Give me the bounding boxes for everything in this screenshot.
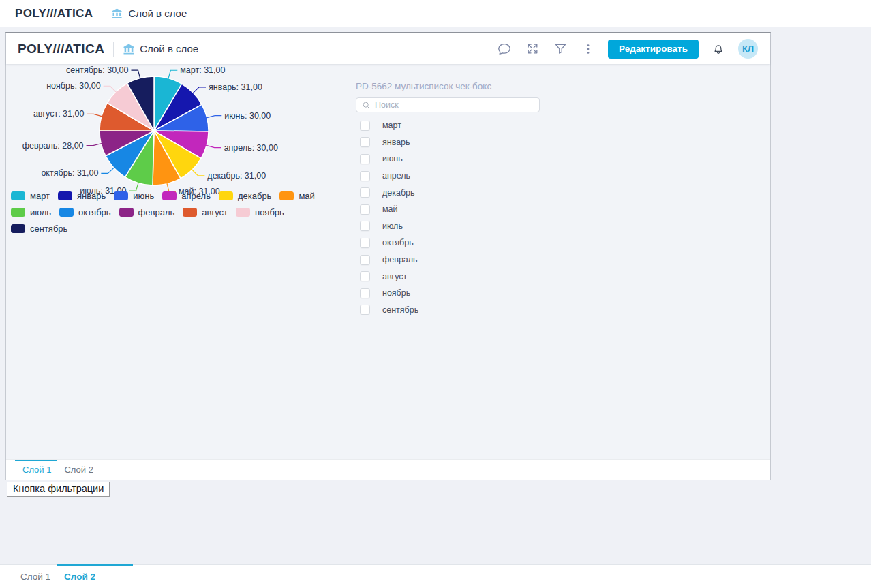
checkbox-сентябрь[interactable] <box>360 305 370 315</box>
filter-row-июнь[interactable]: июнь <box>356 151 540 168</box>
legend-item-октябрь[interactable]: октябрь <box>59 207 111 217</box>
checkbox-апрель[interactable] <box>360 171 370 181</box>
pie-label-июнь: июнь: 30,00 <box>224 111 271 121</box>
legend-swatch <box>119 208 134 217</box>
page-tab-bar: Слой 1 Слой 2 <box>0 564 871 588</box>
edit-button[interactable]: Редактировать <box>608 40 699 59</box>
active-page-tab-indicator <box>57 564 133 566</box>
tab-layer-2[interactable]: Слой 2 <box>64 465 93 475</box>
panel-polymatica-logo: POLY///ATICA <box>18 42 104 57</box>
filter-row-январь[interactable]: январь <box>356 134 540 151</box>
search-input[interactable] <box>375 100 535 110</box>
checkbox-ноябрь[interactable] <box>360 288 370 298</box>
filter-row-май[interactable]: май <box>356 201 540 218</box>
checkbox-декабрь[interactable] <box>360 187 370 198</box>
active-tab-indicator <box>15 460 57 461</box>
pie-label-line-декабрь <box>192 169 205 176</box>
filter-list: мартянварьиюньапрельдекабрьмайиюльоктябр… <box>356 117 540 318</box>
filter-row-ноябрь[interactable]: ноябрь <box>356 285 540 302</box>
legend-item-май[interactable]: май <box>279 191 314 201</box>
filter-icon[interactable] <box>552 41 568 57</box>
checkbox-июнь[interactable] <box>360 154 370 164</box>
legend-label: сентябрь <box>30 223 67 234</box>
legend-label: февраль <box>138 207 175 217</box>
filter-item-label: ноябрь <box>382 288 410 298</box>
pie-label-сентябрь: сентябрь: 30,00 <box>66 65 128 75</box>
legend-swatch <box>279 191 294 200</box>
legend-item-июнь[interactable]: июнь <box>114 191 154 201</box>
filter-row-февраль[interactable]: февраль <box>356 251 540 268</box>
pie-label-август: август: 31,00 <box>33 109 85 119</box>
filter-item-label: январь <box>382 138 410 147</box>
checkbox-август[interactable] <box>360 271 370 281</box>
legend-item-ноябрь[interactable]: ноябрь <box>236 207 284 217</box>
filter-row-декабрь[interactable]: декабрь <box>356 184 540 201</box>
panel-content: март: 31,00январь: 31,00июнь: 30,00апрел… <box>6 64 770 460</box>
page-tab-layer-2[interactable]: Слой 2 <box>64 572 95 582</box>
legend-item-июль[interactable]: июль <box>11 207 51 217</box>
checkbox-октябрь[interactable] <box>360 238 370 248</box>
filter-item-label: март <box>382 121 401 130</box>
panel-tab-bar: Слой 1 Слой 2 <box>6 459 770 480</box>
checkbox-июль[interactable] <box>360 221 370 231</box>
legend-label: март <box>30 191 50 201</box>
dashboard-panel: POLY///ATICA Слой в слое <box>5 32 771 480</box>
checkbox-март[interactable] <box>360 121 370 131</box>
comment-icon[interactable] <box>496 41 513 57</box>
filter-item-label: октябрь <box>382 238 414 247</box>
panel-header-actions: Редактировать КЛ <box>496 39 758 59</box>
filter-item-label: июль <box>382 221 403 231</box>
fullscreen-icon[interactable] <box>524 41 540 57</box>
filter-row-октябрь[interactable]: октябрь <box>356 234 540 251</box>
filter-item-label: декабрь <box>382 188 415 198</box>
legend-swatch <box>11 208 25 217</box>
pie-label-line-ноябрь <box>104 86 117 93</box>
filter-row-июль[interactable]: июль <box>356 218 540 235</box>
legend-label: октябрь <box>78 207 111 217</box>
legend-swatch <box>183 208 197 217</box>
legend-item-апрель[interactable]: апрель <box>162 191 211 201</box>
bell-icon[interactable] <box>710 41 727 57</box>
filter-item-label: июнь <box>382 154 403 164</box>
kebab-menu-icon[interactable] <box>580 41 596 57</box>
panel-bank-icon <box>123 43 134 55</box>
legend-label: июль <box>30 207 51 217</box>
legend-item-январь[interactable]: январь <box>58 191 106 201</box>
checkbox-май[interactable] <box>360 204 370 215</box>
avatar[interactable]: КЛ <box>738 39 758 59</box>
pie-label-line-октябрь <box>101 167 114 173</box>
tab-layer-1[interactable]: Слой 1 <box>22 465 51 475</box>
legend-label: июнь <box>133 191 154 201</box>
filter-row-апрель[interactable]: апрель <box>356 168 540 185</box>
page-tab-layer-1[interactable]: Слой 1 <box>20 572 50 582</box>
pie-chart: март: 31,00январь: 31,00июнь: 30,00апрел… <box>6 64 326 204</box>
filter-button-tooltip: Кнопка фильтрации <box>7 482 110 497</box>
polymatica-logo: POLY///ATICA <box>15 7 93 20</box>
legend-item-февраль[interactable]: февраль <box>119 207 175 217</box>
checkbox-январь[interactable] <box>360 137 370 147</box>
pie-label-line-июнь <box>206 116 222 118</box>
filter-item-label: сентябрь <box>382 305 418 315</box>
legend-item-сентябрь[interactable]: сентябрь <box>11 223 67 234</box>
filter-row-сентябрь[interactable]: сентябрь <box>356 302 540 319</box>
legend-item-март[interactable]: март <box>11 191 50 201</box>
legend-swatch <box>11 224 25 233</box>
page-title: Слой в слое <box>128 7 187 19</box>
filter-item-label: август <box>382 272 407 281</box>
checkbox-февраль[interactable] <box>360 255 370 265</box>
legend-swatch <box>11 191 25 200</box>
top-app-bar: POLY///ATICA Слой в слое <box>0 0 871 27</box>
legend-label: декабрь <box>238 191 271 201</box>
panel-header: POLY///ATICA Слой в слое <box>6 33 770 64</box>
legend-swatch <box>236 208 250 217</box>
pie-label-ноябрь: ноябрь: 30,00 <box>46 81 101 91</box>
filter-row-март[interactable]: март <box>356 117 540 134</box>
legend-item-декабрь[interactable]: декабрь <box>219 191 271 201</box>
legend-label: май <box>299 191 314 201</box>
legend-swatch <box>58 191 72 200</box>
pie-label-line-январь <box>192 87 206 94</box>
legend-label: январь <box>77 191 106 201</box>
legend-item-август[interactable]: август <box>183 207 228 217</box>
filter-row-август[interactable]: август <box>356 268 540 285</box>
multilist-filter-widget: PD-5662 мультисписок чек-бокс мартянварь… <box>356 81 540 318</box>
